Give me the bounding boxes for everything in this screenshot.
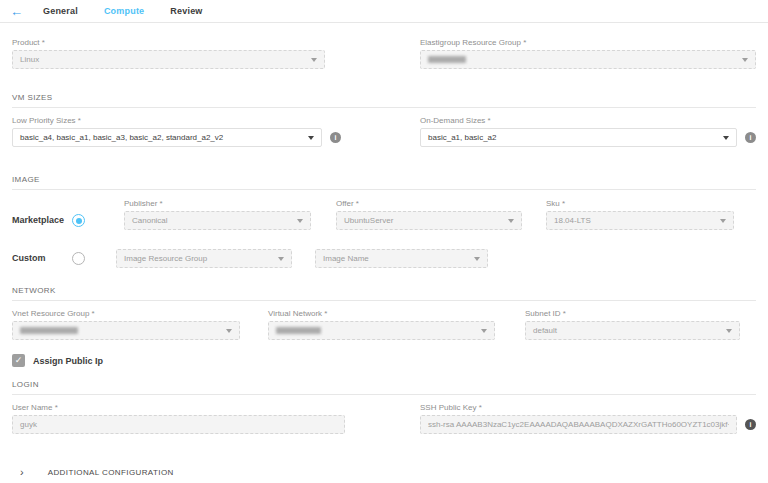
image-resource-group-select[interactable]: Image Resource Group	[116, 249, 292, 268]
chevron-down-icon	[481, 329, 487, 333]
chevron-down-icon	[226, 329, 232, 333]
tab-review[interactable]: Review	[170, 6, 202, 16]
chevron-down-icon	[742, 58, 748, 62]
back-arrow-icon[interactable]: ←	[10, 5, 23, 18]
sku-field: Sku * 18.04-LTS	[546, 199, 734, 230]
chevron-down-icon	[311, 58, 317, 62]
chevron-down-icon	[474, 257, 480, 261]
section-divider	[12, 394, 756, 395]
info-icon[interactable]: i	[745, 419, 756, 430]
vm-sizes-title: VM SIZES	[12, 93, 756, 102]
product-value: Linux	[20, 55, 39, 64]
subnet-id-select[interactable]: default	[525, 321, 740, 340]
virtual-network-select[interactable]	[268, 321, 495, 340]
compute-settings-page: ← General Compute Review Product * Linux…	[0, 0, 768, 483]
custom-radio[interactable]	[72, 252, 85, 265]
on-demand-sizes-select[interactable]: basic_a1, basic_a2	[420, 128, 737, 147]
low-priority-sizes-value: basic_a4, basic_a1, basic_a3, basic_a2, …	[20, 133, 223, 142]
vnet-resource-group-select[interactable]	[12, 321, 240, 340]
image-section-header: IMAGE	[12, 175, 756, 190]
subnet-id-label: Subnet ID *	[525, 309, 740, 318]
low-priority-sizes-field: Low Priority Sizes * basic_a4, basic_a1,…	[12, 116, 341, 147]
product-field: Product * Linux	[12, 38, 325, 69]
image-resource-group-field: Image Resource Group	[116, 249, 292, 268]
section-divider	[12, 189, 756, 190]
tab-general[interactable]: General	[43, 6, 78, 16]
ssh-public-key-value: ssh-rsa AAAAB3NzaC1yc2EAAAADAQABAAABAQDX…	[428, 420, 729, 429]
low-priority-sizes-label: Low Priority Sizes *	[12, 116, 322, 125]
additional-configuration-toggle[interactable]: › ADDITIONAL CONFIGURATION	[12, 466, 756, 479]
assign-public-ip-row: ✓ Assign Public Ip	[12, 354, 756, 367]
network-title: NETWORK	[12, 286, 756, 295]
marketplace-radio[interactable]	[72, 214, 85, 227]
user-name-input[interactable]: guyk	[12, 415, 345, 434]
elastigroup-resource-group-field: Elastigroup Resource Group *	[420, 38, 756, 69]
offer-label: Offer *	[336, 199, 522, 208]
chevron-down-icon	[308, 136, 314, 140]
sku-label: Sku *	[546, 199, 734, 208]
login-row: User Name * guyk SSH Public Key * ssh-rs…	[12, 403, 756, 434]
elastigroup-resource-group-label: Elastigroup Resource Group *	[420, 38, 756, 47]
image-name-select[interactable]: Image Name	[315, 249, 488, 268]
image-title: IMAGE	[12, 175, 756, 184]
offer-select[interactable]: UbuntuServer	[336, 211, 522, 230]
vm-sizes-row: Low Priority Sizes * basic_a4, basic_a1,…	[12, 116, 756, 147]
on-demand-sizes-value: basic_a1, basic_a2	[428, 133, 497, 142]
chevron-right-icon[interactable]: ›	[20, 467, 24, 478]
network-row: Vnet Resource Group * Virtual Network * …	[12, 309, 756, 340]
user-name-label: User Name *	[12, 403, 345, 412]
image-name-placeholder: Image Name	[323, 254, 369, 263]
on-demand-sizes-label: On-Demand Sizes *	[420, 116, 737, 125]
user-name-field: User Name * guyk	[12, 403, 345, 434]
vm-sizes-section-header: VM SIZES	[12, 93, 756, 108]
marketplace-row: Marketplace Publisher * Canonical Offer …	[12, 199, 756, 230]
elastigroup-resource-group-select[interactable]	[420, 50, 756, 69]
low-priority-sizes-select[interactable]: basic_a4, basic_a1, basic_a3, basic_a2, …	[12, 128, 322, 147]
virtual-network-field: Virtual Network *	[268, 309, 495, 340]
image-resource-group-placeholder: Image Resource Group	[124, 254, 207, 263]
publisher-field: Publisher * Canonical	[124, 199, 311, 230]
publisher-label: Publisher *	[124, 199, 311, 208]
marketplace-label: Marketplace	[12, 215, 72, 230]
ssh-public-key-input[interactable]: ssh-rsa AAAAB3NzaC1yc2EAAAADAQABAAABAQDX…	[420, 415, 737, 434]
login-title: LOGIN	[12, 380, 756, 389]
chevron-down-icon	[297, 219, 303, 223]
subnet-id-value: default	[533, 326, 557, 335]
chevron-down-icon	[723, 136, 729, 140]
vnet-resource-group-field: Vnet Resource Group *	[12, 309, 240, 340]
chevron-down-icon	[726, 329, 732, 333]
vnet-resource-group-label: Vnet Resource Group *	[12, 309, 240, 318]
offer-field: Offer * UbuntuServer	[336, 199, 522, 230]
custom-label: Custom	[12, 253, 72, 268]
redacted-value	[20, 327, 78, 334]
section-divider	[12, 107, 756, 108]
image-name-field: Image Name	[315, 249, 488, 268]
publisher-select[interactable]: Canonical	[124, 211, 311, 230]
on-demand-sizes-field: On-Demand Sizes * basic_a1, basic_a2 i	[420, 116, 756, 147]
virtual-network-label: Virtual Network *	[268, 309, 495, 318]
tab-compute[interactable]: Compute	[104, 6, 144, 16]
chevron-down-icon	[508, 219, 514, 223]
redacted-value	[428, 56, 466, 63]
subnet-id-field: Subnet ID * default	[525, 309, 740, 340]
product-select[interactable]: Linux	[12, 50, 325, 69]
publisher-value: Canonical	[132, 216, 168, 225]
product-label: Product *	[12, 38, 325, 47]
login-section-header: LOGIN	[12, 380, 756, 395]
tab-bar: ← General Compute Review	[0, 0, 768, 23]
info-icon[interactable]: i	[330, 132, 341, 143]
ssh-public-key-field: SSH Public Key * ssh-rsa AAAAB3NzaC1yc2E…	[420, 403, 756, 434]
info-icon[interactable]: i	[745, 132, 756, 143]
custom-image-row: Custom Image Resource Group Image Name	[12, 249, 756, 268]
user-name-value: guyk	[20, 420, 37, 429]
ssh-public-key-label: SSH Public Key *	[420, 403, 737, 412]
assign-public-ip-checkbox[interactable]: ✓	[12, 354, 25, 367]
sku-select[interactable]: 18.04-LTS	[546, 211, 734, 230]
sku-value: 18.04-LTS	[554, 216, 591, 225]
additional-configuration-label: ADDITIONAL CONFIGURATION	[48, 468, 174, 477]
network-section-header: NETWORK	[12, 286, 756, 301]
section-divider	[12, 300, 756, 301]
form-content: Product * Linux Elastigroup Resource Gro…	[0, 38, 768, 483]
chevron-down-icon	[278, 257, 284, 261]
check-icon: ✓	[15, 354, 23, 367]
